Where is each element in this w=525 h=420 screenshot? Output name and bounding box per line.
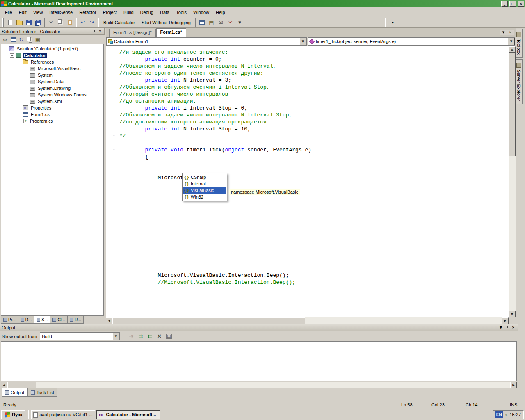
menu-item-tools[interactable]: Tools [173, 9, 190, 16]
start-button[interactable]: Пуск [1, 410, 25, 419]
scrollbar-thumb[interactable] [112, 317, 305, 324]
word-wrap-icon[interactable]: ▤ [164, 332, 173, 341]
explorer-tab-pr[interactable]: Pr... [1, 316, 18, 324]
solution-explorer-icon[interactable] [197, 18, 207, 27]
tree-item[interactable]: −Calculator [1, 52, 103, 59]
show-all-files-icon[interactable] [25, 36, 34, 43]
intellisense-item[interactable]: {}CSharp [183, 174, 226, 180]
close-panel-button[interactable]: ✕ [510, 325, 516, 330]
tree-item[interactable]: −Solution 'Calculator' (1 project) [1, 46, 103, 52]
editor-horizontal-scrollbar[interactable]: ◀ ▶ [106, 317, 509, 324]
build-calculator-button[interactable]: Build Calculator [100, 19, 138, 26]
scroll-left-button[interactable]: ◀ [1, 382, 7, 388]
scroll-down-button[interactable]: ▼ [509, 311, 516, 317]
tree-item[interactable]: Microsoft.VisualBasic [1, 65, 103, 72]
menu-item-window[interactable]: Window [190, 9, 212, 16]
menu-item-view[interactable]: View [30, 9, 46, 16]
taskbar-button[interactable]: аааГрафика на VC# d1 ... [31, 410, 95, 419]
tree-item[interactable]: System [1, 72, 103, 78]
cut-icon[interactable]: ✂ [46, 18, 56, 27]
output-titlebar[interactable]: Output ▼ ✕ [0, 324, 518, 331]
tree-expander-icon[interactable]: − [17, 60, 21, 64]
menu-item-project[interactable]: Project [100, 9, 120, 16]
toolbar-grip[interactable] [385, 18, 386, 27]
tools-icon[interactable]: ✂ [226, 18, 235, 27]
intellisense-item[interactable]: {}Internal [183, 180, 226, 187]
dropdown-arrow-icon[interactable]: ▼ [112, 333, 119, 340]
dropdown-arrow-icon[interactable]: ▼ [299, 38, 306, 45]
menu-item-build[interactable]: Build [120, 9, 137, 16]
types-dropdown[interactable]: Calculator.Form1 ▼ [106, 37, 307, 46]
output-horizontal-scrollbar[interactable]: ◀ ▶ [1, 382, 517, 388]
start-without-debugging-button[interactable]: Start Without Debugging [139, 19, 194, 26]
redo-icon[interactable]: ↷ [87, 18, 97, 27]
dropdown-arrow-icon[interactable]: ▼ [508, 38, 515, 45]
output-content[interactable] [1, 341, 517, 381]
fold-collapse-icon[interactable]: − [112, 148, 116, 152]
clear-output-icon[interactable]: ✕ [155, 332, 164, 341]
view-code-icon[interactable]: ‹› [1, 36, 9, 43]
intellisense-item[interactable]: {}Win32 [183, 194, 226, 200]
members-dropdown[interactable]: timer1_Tick(object sender, EventArgs e) … [308, 37, 515, 46]
minimize-button[interactable]: _ [501, 1, 508, 7]
refresh-icon[interactable]: ↻ [17, 36, 25, 43]
save-icon[interactable] [24, 18, 34, 27]
close-document-button[interactable]: ✕ [507, 30, 514, 35]
output-source-dropdown[interactable]: Build ▼ [40, 332, 120, 340]
tree-item[interactable]: Properties [1, 105, 103, 111]
properties-window-icon[interactable]: ▤ [207, 18, 216, 27]
auto-hide-pin-button[interactable] [91, 29, 97, 34]
tree-item[interactable]: −References [1, 59, 103, 65]
taskbar-button[interactable]: Calculator - Microsoft... [96, 410, 160, 419]
toolbar-options-icon[interactable]: ▼ [388, 18, 397, 27]
next-message-icon[interactable]: ⇉ [136, 332, 145, 341]
auto-hide-pin-button[interactable] [504, 325, 510, 330]
menu-item-edit[interactable]: Edit [16, 9, 30, 16]
mail-icon[interactable]: ✉ [216, 18, 226, 27]
side-tab-server-explorer[interactable]: Server Explorer [516, 59, 523, 104]
tray-expand-button[interactable]: « [505, 412, 508, 418]
panel-tab-output[interactable]: Output [2, 388, 27, 397]
tree-item[interactable]: Form1.cs [1, 111, 103, 118]
editor-tab[interactable]: Form1.cs* [156, 28, 186, 37]
new-file-icon[interactable] [5, 18, 15, 27]
toolbar-options-icon[interactable]: ▾ [235, 18, 244, 27]
view-designer-icon[interactable] [9, 36, 17, 43]
save-all-icon[interactable] [34, 18, 43, 27]
close-button[interactable]: ✕ [518, 1, 524, 7]
tree-item[interactable]: System.Data [1, 78, 103, 85]
panel-tab-task-list[interactable]: Task List [27, 388, 57, 397]
explorer-tab-s[interactable]: S... [34, 316, 50, 324]
active-files-dropdown-button[interactable]: ▼ [500, 30, 507, 35]
menu-item-debug[interactable]: Debug [137, 9, 157, 16]
scrollbar-thumb[interactable] [7, 382, 36, 388]
tree-item[interactable]: System.Drawing [1, 85, 103, 91]
tree-item[interactable]: System.Xml [1, 98, 103, 105]
tree-item[interactable]: Program.cs [1, 118, 103, 124]
solution-explorer-titlebar[interactable]: Solution Explorer - Calculator ✕ [0, 28, 105, 35]
properties-icon[interactable]: ▦ [34, 36, 42, 43]
explorer-tab-r[interactable]: R... [67, 316, 84, 324]
menu-item-intellisense[interactable]: IntelliSense [46, 9, 76, 16]
explorer-tab-cl[interactable]: Cl... [50, 316, 67, 324]
tree-expander-icon[interactable]: − [10, 53, 14, 58]
menu-item-data[interactable]: Data [157, 9, 173, 16]
menu-item-help[interactable]: Help [212, 9, 228, 16]
language-indicator[interactable]: EN [495, 411, 503, 418]
scroll-left-button[interactable]: ◀ [106, 317, 112, 324]
fold-collapse-icon[interactable]: − [112, 134, 116, 138]
scroll-up-button[interactable]: ▲ [509, 46, 516, 53]
side-tab-toolbox[interactable]: Toolbox [516, 29, 523, 58]
window-position-button[interactable]: ▼ [498, 325, 504, 330]
intellisense-item[interactable]: {}VisualBasic [183, 187, 226, 194]
close-panel-button[interactable]: ✕ [97, 29, 103, 34]
open-file-icon[interactable] [15, 18, 24, 27]
tree-item[interactable]: System.Windows.Forms [1, 91, 103, 98]
tree-expander-icon[interactable]: − [3, 47, 7, 51]
scroll-right-button[interactable]: ▶ [510, 382, 517, 388]
undo-icon[interactable]: ↶ [78, 18, 87, 27]
code-editor[interactable]: //и задаем его начальное значение: priva… [106, 46, 509, 317]
editor-tab[interactable]: Form1.cs [Design]* [109, 29, 156, 37]
menu-item-file[interactable]: File [2, 9, 16, 16]
menu-item-refactor[interactable]: Refactor [76, 9, 100, 16]
